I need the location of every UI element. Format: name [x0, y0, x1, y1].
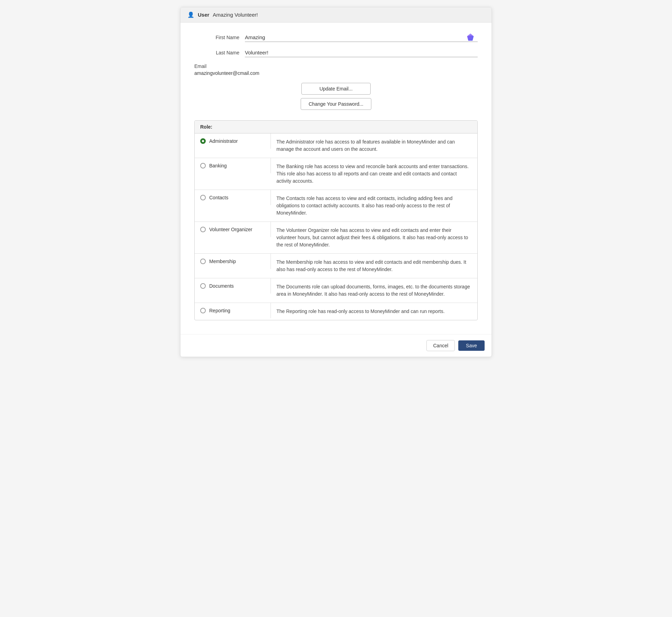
first-name-input-wrap — [245, 33, 478, 42]
save-button[interactable]: Save — [458, 340, 485, 351]
role-row: AdministratorThe Administrator role has … — [195, 133, 477, 158]
role-row: MembershipThe Membership role has access… — [195, 254, 477, 278]
role-rows-container: AdministratorThe Administrator role has … — [195, 133, 477, 320]
role-name: Banking — [209, 163, 227, 168]
first-name-row: First Name — [194, 33, 478, 42]
last-name-input[interactable] — [245, 48, 478, 57]
role-name: Documents — [209, 283, 234, 289]
role-name: Membership — [209, 259, 236, 264]
role-description: The Membership role has access to view a… — [271, 254, 477, 278]
modal-footer: Cancel Save — [180, 334, 492, 357]
role-table: Role: AdministratorThe Administrator rol… — [194, 120, 478, 320]
role-name-cell: Administrator — [195, 133, 271, 149]
update-email-button[interactable]: Update Email... — [301, 83, 371, 95]
cancel-button[interactable]: Cancel — [426, 340, 455, 351]
modal-header: 👤 User Amazing Volunteer! — [180, 7, 492, 23]
first-name-label: First Name — [194, 35, 239, 40]
user-label: User — [198, 12, 209, 18]
last-name-row: Last Name — [194, 48, 478, 57]
role-name: Contacts — [209, 195, 228, 200]
role-row: BankingThe Banking role has access to vi… — [195, 158, 477, 190]
role-description: The Documents role can upload documents,… — [271, 278, 477, 303]
role-row: Volunteer OrganizerThe Volunteer Organiz… — [195, 222, 477, 254]
email-label: Email — [194, 63, 478, 69]
role-row: ContactsThe Contacts role has access to … — [195, 190, 477, 222]
role-radio-volunteer-organizer[interactable] — [200, 227, 206, 232]
role-name: Reporting — [209, 308, 230, 313]
modal-body: First Name Last N — [180, 23, 492, 334]
user-modal: 👤 User Amazing Volunteer! First Name — [180, 7, 492, 357]
role-radio-reporting[interactable] — [200, 308, 206, 313]
role-description: The Reporting role has read-only access … — [271, 303, 477, 320]
role-description: The Contacts role has access to view and… — [271, 190, 477, 221]
role-name-cell: Membership — [195, 254, 271, 269]
role-name: Administrator — [209, 138, 238, 144]
role-name-cell: Banking — [195, 158, 271, 173]
role-description: The Banking role has access to view and … — [271, 158, 477, 190]
last-name-label: Last Name — [194, 50, 239, 55]
email-section: Email amazingvolunteer@cmail.com — [194, 63, 478, 76]
last-name-input-wrap — [245, 48, 478, 57]
role-table-header: Role: — [195, 121, 477, 133]
first-name-input[interactable] — [245, 33, 478, 42]
gem-icon — [466, 33, 475, 42]
email-value: amazingvolunteer@cmail.com — [194, 70, 478, 76]
role-name-cell: Documents — [195, 278, 271, 294]
role-radio-contacts[interactable] — [200, 195, 206, 200]
role-radio-administrator[interactable] — [200, 138, 206, 144]
role-name-cell: Contacts — [195, 190, 271, 205]
role-description: The Volunteer Organizer role has access … — [271, 222, 477, 253]
role-row: DocumentsThe Documents role can upload d… — [195, 278, 477, 303]
change-password-button[interactable]: Change Your Password... — [301, 98, 371, 110]
user-icon: 👤 — [187, 11, 194, 18]
role-name-cell: Volunteer Organizer — [195, 222, 271, 237]
role-radio-documents[interactable] — [200, 283, 206, 289]
role-row: ReportingThe Reporting role has read-onl… — [195, 303, 477, 320]
role-name: Volunteer Organizer — [209, 227, 253, 232]
user-name: Amazing Volunteer! — [213, 12, 258, 18]
action-buttons: Update Email... Change Your Password... — [194, 83, 478, 110]
role-description: The Administrator role has access to all… — [271, 133, 477, 158]
role-name-cell: Reporting — [195, 303, 271, 318]
role-radio-membership[interactable] — [200, 259, 206, 264]
role-radio-banking[interactable] — [200, 163, 206, 168]
